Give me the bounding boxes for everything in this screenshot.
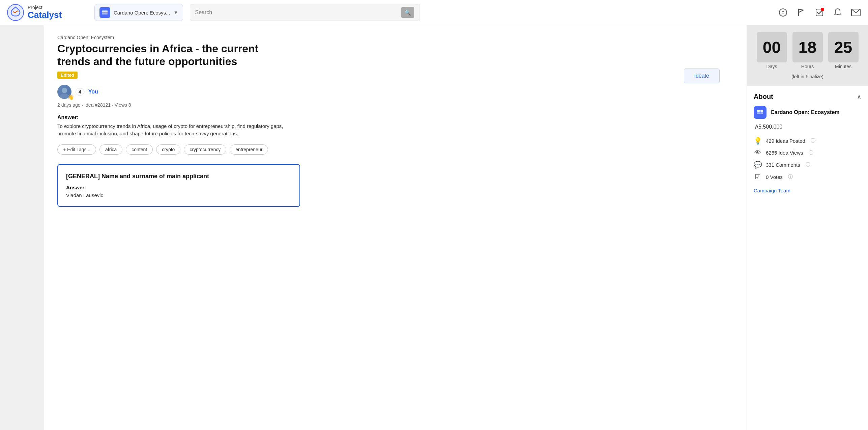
- votes-text: 0 Votes: [766, 174, 783, 180]
- logo-area: Project Catalyst: [7, 4, 94, 21]
- about-channel-name: Cardano Open: Ecosystem: [771, 109, 840, 115]
- flag-icon-button[interactable]: [796, 7, 807, 18]
- search-bar: 🔍: [190, 4, 419, 21]
- answer-label: Answer:: [57, 114, 733, 120]
- author-row: 👋 4 You: [57, 85, 733, 99]
- ideate-button[interactable]: Ideate: [684, 69, 720, 83]
- campaign-team-link[interactable]: Campaign Team: [754, 188, 790, 193]
- countdown-digits: 00 Days 18 Hours 25 Minutes: [757, 32, 859, 69]
- ideas-info-icon[interactable]: ⓘ: [811, 138, 815, 144]
- applause-count: 4: [76, 88, 84, 96]
- checkbox-icon-button[interactable]: [814, 7, 825, 18]
- about-amount: ₳5,500,000: [754, 124, 861, 130]
- votes-info-icon[interactable]: ⓘ: [788, 174, 793, 180]
- views-icon: 👁: [754, 149, 762, 157]
- countdown-hours-label: Hours: [801, 64, 814, 69]
- main-content: Cardano Open: Ecosystem Cryptocurrencies…: [0, 25, 747, 430]
- svg-marker-6: [782, 10, 784, 12]
- about-channel-icon: [754, 106, 766, 119]
- tag-africa[interactable]: africa: [99, 144, 122, 155]
- views-info-icon[interactable]: ⓘ: [809, 150, 813, 156]
- logo-catalyst-text: Catalyst: [28, 10, 62, 20]
- idea-views-text: 6255 Idea Views: [766, 150, 803, 156]
- about-title: About: [754, 93, 773, 101]
- ideas-posted-text: 429 Ideas Posted: [766, 138, 805, 144]
- countdown-days-unit: 00 Days: [757, 32, 787, 69]
- svg-rect-3: [102, 13, 105, 15]
- bell-icon-button[interactable]: [832, 7, 843, 18]
- countdown-hours-unit: 18 Hours: [792, 32, 823, 69]
- about-channel-row: Cardano Open: Ecosystem: [754, 106, 861, 119]
- logo-project-text: Project: [28, 5, 62, 10]
- countdown-sublabel: (left in Finalize): [791, 74, 823, 79]
- answer-text: To explore cryptocurrency trends in Afri…: [57, 123, 300, 138]
- tags-row: + Edit Tags... africa content crypto cry…: [57, 144, 733, 155]
- header: Project Catalyst Cardano Open: Ecosys...…: [0, 0, 868, 25]
- tag-entrepreneur[interactable]: entrepreneur: [230, 144, 268, 155]
- countdown-minutes-unit: 25 Minutes: [828, 32, 859, 69]
- avatar-container: 👋: [57, 85, 71, 99]
- countdown-days-number: 00: [757, 32, 787, 62]
- stat-comments: 💬 331 Comments ⓘ: [754, 161, 861, 169]
- idea-channel-label: Cardano Open: Ecosystem: [57, 35, 733, 40]
- about-collapse-icon[interactable]: ∧: [857, 93, 861, 101]
- stat-ideas-posted: 💡 429 Ideas Posted ⓘ: [754, 137, 861, 145]
- ideas-icon: 💡: [754, 137, 762, 145]
- edited-badge: Edited: [57, 72, 78, 79]
- svg-rect-15: [760, 112, 763, 114]
- channel-selector[interactable]: Cardano Open: Ecosys... ▼: [94, 4, 183, 21]
- countdown-minutes-label: Minutes: [835, 64, 851, 69]
- countdown-minutes-number: 25: [828, 32, 859, 62]
- tag-cryptocurrency[interactable]: cryptocurrency: [184, 144, 226, 155]
- header-actions: [771, 7, 861, 18]
- comments-text: 331 Comments: [766, 162, 800, 168]
- countdown-box: 00 Days 18 Hours 25 Minutes (left in Fin…: [747, 25, 868, 86]
- form-answer-label: Answer:: [66, 185, 291, 190]
- compass-icon-button[interactable]: [778, 7, 788, 18]
- form-section: [GENERAL] Name and surname of main appli…: [57, 164, 300, 207]
- stat-idea-views: 👁 6255 Idea Views ⓘ: [754, 149, 861, 157]
- svg-point-10: [62, 88, 67, 93]
- idea-header-area: Cardano Open: Ecosystem Cryptocurrencies…: [57, 35, 733, 85]
- idea-title: Cryptocurrencies in Africa - the current…: [57, 42, 293, 68]
- logo-icon: [7, 4, 24, 21]
- tag-content[interactable]: content: [126, 144, 153, 155]
- svg-rect-12: [757, 110, 760, 112]
- search-input[interactable]: [195, 9, 398, 16]
- countdown-days-label: Days: [766, 64, 777, 69]
- comments-icon: 💬: [754, 161, 762, 169]
- channel-selector-name: Cardano Open: Ecosys...: [114, 10, 170, 16]
- countdown-hours-number: 18: [792, 32, 823, 62]
- author-name[interactable]: You: [88, 89, 98, 95]
- form-answer-text: Vladan Lausevic: [66, 192, 291, 198]
- edit-tags-button[interactable]: + Edit Tags...: [57, 144, 96, 155]
- about-section: About ∧ Cardano Open: Ecosystem ₳5,500,0…: [747, 86, 868, 430]
- notification-dot: [821, 8, 824, 11]
- idea-meta: 2 days ago · Idea #28121 · Views 8: [57, 102, 733, 108]
- svg-rect-13: [760, 110, 763, 112]
- search-button[interactable]: 🔍: [401, 7, 414, 18]
- header-divider: [419, 4, 419, 21]
- votes-icon: ☑: [754, 173, 762, 181]
- content-wrapper: Cardano Open: Ecosystem Cryptocurrencies…: [44, 25, 747, 430]
- stats-list: 💡 429 Ideas Posted ⓘ 👁 6255 Idea Views ⓘ…: [754, 137, 861, 181]
- wave-badge: 👋: [67, 94, 74, 100]
- form-section-title: [GENERAL] Name and surname of main appli…: [66, 173, 291, 180]
- svg-marker-7: [782, 12, 784, 15]
- svg-rect-2: [105, 10, 108, 12]
- about-header: About ∧: [754, 93, 861, 101]
- stat-votes: ☑ 0 Votes ⓘ: [754, 173, 861, 181]
- channel-selector-icon: [99, 7, 110, 18]
- channel-chevron-icon: ▼: [174, 10, 178, 15]
- page-layout: Cardano Open: Ecosystem Cryptocurrencies…: [0, 25, 868, 430]
- svg-point-5: [779, 9, 787, 16]
- search-icon: 🔍: [404, 9, 411, 16]
- sidebar: 00 Days 18 Hours 25 Minutes (left in Fin…: [747, 25, 868, 430]
- svg-rect-1: [102, 10, 105, 12]
- svg-rect-14: [757, 112, 760, 114]
- tag-crypto[interactable]: crypto: [156, 144, 180, 155]
- comments-info-icon[interactable]: ⓘ: [806, 162, 810, 168]
- mail-icon-button[interactable]: [850, 7, 861, 18]
- svg-rect-4: [105, 13, 108, 15]
